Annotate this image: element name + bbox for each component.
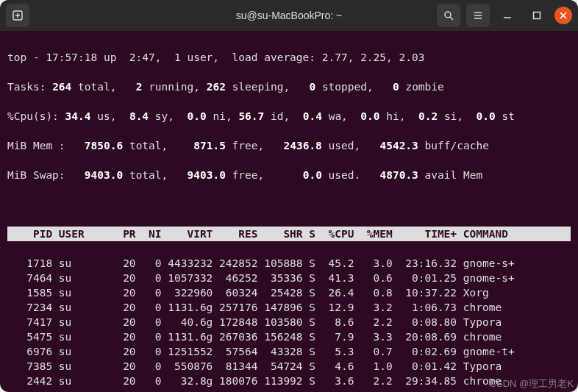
- top-cpu-line: %Cpu(s): 34.4 us, 8.4 sy, 0.0 ni, 56.7 i…: [7, 109, 571, 124]
- process-row: 7464 su 20 0 1057332 46252 35336 S 41.3 …: [7, 271, 571, 285]
- top-tasks-line: Tasks: 264 total, 2 running, 262 sleepin…: [7, 79, 571, 94]
- process-row: 7234 su 20 0 1131.6g 257176 147896 S 12.…: [7, 300, 571, 315]
- svg-rect-9: [534, 13, 540, 19]
- close-icon: [560, 12, 567, 19]
- menu-button[interactable]: [466, 4, 490, 27]
- process-row: 7417 su 20 0 40.6g 172848 103580 S 8.6 2…: [7, 315, 571, 329]
- process-row: 5475 su 20 0 1131.6g 267036 156248 S 7.9…: [7, 329, 571, 344]
- window-title: su@su-MacBookPro: ~: [0, 10, 578, 21]
- top-swap-line: MiB Swap: 9403.0 total, 9403.0 free, 0.0…: [7, 168, 571, 182]
- search-icon: [443, 10, 454, 21]
- top-summary-line: top - 17:57:18 up 2:47, 1 user, load ave…: [7, 50, 571, 65]
- new-tab-button[interactable]: [6, 4, 29, 27]
- process-row: 1585 su 20 0 322960 60324 25428 S 26.4 0…: [7, 285, 571, 300]
- maximize-icon: [532, 11, 541, 20]
- svg-line-4: [450, 17, 453, 20]
- svg-point-3: [445, 12, 451, 18]
- minimize-icon: [503, 11, 512, 20]
- process-row: 2442 su 20 0 32.8g 180076 113992 S 3.6 2…: [7, 374, 571, 388]
- search-button[interactable]: [437, 4, 460, 27]
- minimize-button[interactable]: [496, 4, 519, 27]
- terminal-output[interactable]: top - 17:57:18 up 2:47, 1 user, load ave…: [0, 31, 578, 392]
- process-table-header: PID USER PR NI VIRT RES SHR S %CPU %MEM …: [7, 227, 571, 241]
- process-row: 6976 su 20 0 1251552 57564 43328 S 5.3 0…: [7, 344, 571, 359]
- maximize-button[interactable]: [525, 4, 549, 27]
- process-row: 7385 su 20 0 550876 81344 54724 S 4.6 1.…: [7, 359, 571, 374]
- terminal-window: su@su-MacBookPro: ~ top - 17:57:18 up 2:…: [0, 0, 578, 392]
- process-table-body: 1718 su 20 0 4433232 242852 105888 S 45.…: [7, 256, 571, 392]
- top-mem-line: MiB Mem : 7850.6 total, 871.5 free, 2436…: [7, 138, 571, 153]
- process-row: 7347 su 20 0 36.8g 137428 103516 S 3.6 1…: [7, 388, 571, 392]
- close-button[interactable]: [554, 7, 572, 24]
- titlebar: su@su-MacBookPro: ~: [0, 0, 578, 31]
- hamburger-icon: [473, 10, 483, 21]
- process-row: 1718 su 20 0 4433232 242852 105888 S 45.…: [7, 256, 571, 271]
